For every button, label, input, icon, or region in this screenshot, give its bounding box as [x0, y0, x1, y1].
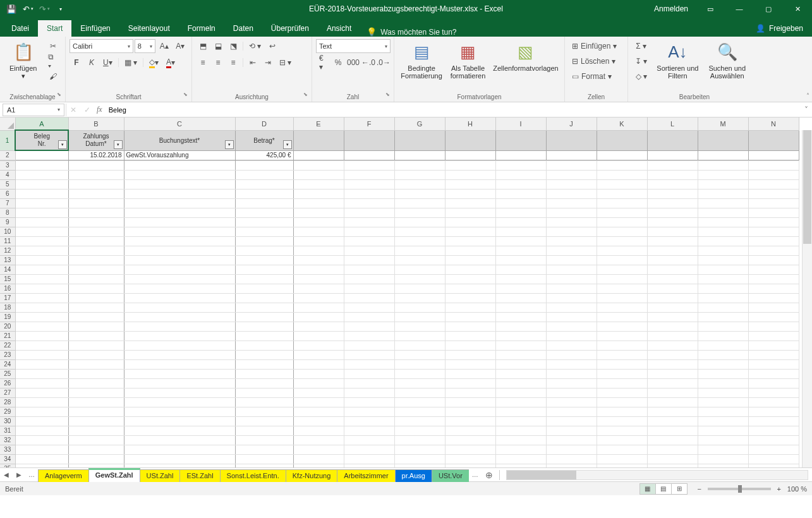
cell[interactable]: [445, 227, 495, 236]
cell[interactable]: [15, 293, 68, 303]
cell[interactable]: [597, 265, 647, 274]
cell[interactable]: [445, 312, 495, 322]
cell[interactable]: [597, 378, 647, 388]
cell[interactable]: [235, 378, 293, 388]
align-left-button[interactable]: ≡: [196, 56, 210, 69]
share-button[interactable]: 👤Freigeben: [747, 20, 812, 37]
cell[interactable]: [293, 435, 344, 445]
cell[interactable]: [546, 369, 597, 378]
cell[interactable]: [68, 369, 124, 378]
cell[interactable]: [124, 160, 235, 170]
cell[interactable]: [647, 388, 698, 397]
cell[interactable]: [293, 426, 344, 435]
cell[interactable]: [495, 350, 546, 359]
cell[interactable]: [495, 198, 546, 208]
cell[interactable]: [647, 227, 698, 236]
cell[interactable]: [124, 303, 235, 312]
sheet-nav-prev[interactable]: ◀: [0, 471, 13, 478]
cell[interactable]: [495, 464, 546, 467]
cell[interactable]: [445, 454, 495, 464]
cell[interactable]: [15, 407, 68, 416]
cell[interactable]: [394, 350, 445, 359]
cell[interactable]: [344, 454, 394, 464]
cell[interactable]: [394, 426, 445, 435]
cell[interactable]: [344, 208, 394, 217]
cell[interactable]: [445, 293, 495, 303]
cell[interactable]: [293, 322, 344, 331]
cell[interactable]: [344, 236, 394, 246]
cell[interactable]: [124, 170, 235, 179]
cell[interactable]: [445, 255, 495, 265]
cell[interactable]: [124, 435, 235, 445]
align-center-button[interactable]: ≡: [211, 56, 225, 69]
cell[interactable]: [124, 265, 235, 274]
cell[interactable]: [748, 236, 799, 246]
cell[interactable]: [293, 331, 344, 340]
cell[interactable]: [293, 198, 344, 208]
cell-styles-button[interactable]: ▧Zellenformatvorlagen: [491, 38, 561, 90]
cell[interactable]: [597, 464, 647, 467]
cell[interactable]: [15, 426, 68, 435]
cell[interactable]: [647, 246, 698, 255]
cell[interactable]: [15, 464, 68, 467]
cell[interactable]: [748, 407, 799, 416]
underline-button[interactable]: U ▾: [100, 56, 116, 69]
row-header[interactable]: 28: [0, 397, 15, 407]
sheet-tab[interactable]: Sonst.Leist.Entn.: [220, 469, 286, 482]
cell[interactable]: [748, 397, 799, 407]
bold-button[interactable]: F: [70, 56, 83, 69]
row-header[interactable]: 17: [0, 293, 15, 303]
cell[interactable]: [68, 284, 124, 293]
cell[interactable]: [748, 464, 799, 467]
clear-button[interactable]: ◇ ▾: [632, 69, 650, 83]
row-header[interactable]: 23: [0, 350, 15, 359]
cell[interactable]: [445, 350, 495, 359]
cell[interactable]: [15, 378, 68, 388]
cell[interactable]: [647, 189, 698, 198]
sheet-scroll-more[interactable]: …: [469, 471, 482, 478]
cell[interactable]: [445, 378, 495, 388]
cell[interactable]: [235, 198, 293, 208]
cell[interactable]: [647, 445, 698, 454]
cell[interactable]: [124, 293, 235, 303]
cell[interactable]: [597, 416, 647, 426]
cell[interactable]: [748, 322, 799, 331]
cell[interactable]: [647, 160, 698, 170]
cell[interactable]: [546, 217, 597, 227]
cell[interactable]: [394, 464, 445, 467]
cell[interactable]: [495, 170, 546, 179]
cell[interactable]: [235, 160, 293, 170]
cell[interactable]: [647, 350, 698, 359]
cell[interactable]: [68, 340, 124, 350]
cell[interactable]: ZahlungsDatum*▾: [68, 130, 124, 150]
cell[interactable]: [344, 246, 394, 255]
cell[interactable]: [293, 445, 344, 454]
cell[interactable]: [344, 179, 394, 189]
cell[interactable]: [68, 265, 124, 274]
row-header[interactable]: 9: [0, 217, 15, 227]
cell[interactable]: [15, 303, 68, 312]
cell[interactable]: [698, 388, 748, 397]
cell[interactable]: [748, 426, 799, 435]
sheet-tab[interactable]: pr.Ausg: [395, 469, 432, 482]
font-name-combo[interactable]: Calibri▾: [70, 39, 133, 53]
cell[interactable]: [546, 445, 597, 454]
cell[interactable]: [698, 464, 748, 467]
cell[interactable]: [235, 208, 293, 217]
cell[interactable]: [495, 303, 546, 312]
cell[interactable]: [293, 340, 344, 350]
align-right-button[interactable]: ≡: [226, 56, 240, 69]
cell[interactable]: [748, 388, 799, 397]
account-sign-in[interactable]: Anmelden: [646, 4, 696, 13]
cell[interactable]: [293, 274, 344, 284]
cell[interactable]: [748, 246, 799, 255]
cell[interactable]: [647, 435, 698, 445]
cell[interactable]: 425,00 €: [235, 150, 293, 160]
cell[interactable]: [68, 274, 124, 284]
cell[interactable]: [293, 255, 344, 265]
cell[interactable]: [597, 350, 647, 359]
cell[interactable]: [647, 369, 698, 378]
cell[interactable]: [647, 340, 698, 350]
cell[interactable]: [235, 331, 293, 340]
cell[interactable]: [293, 179, 344, 189]
